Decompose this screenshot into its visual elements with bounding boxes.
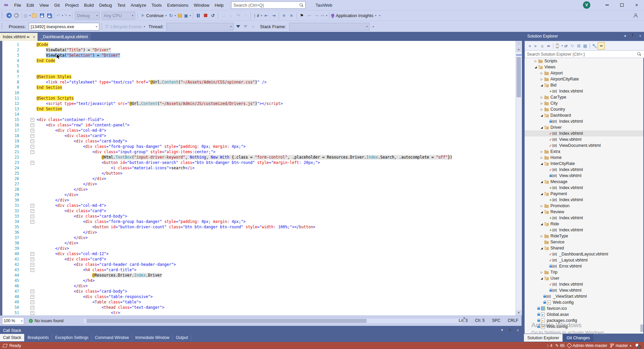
tree-item-web.config[interactable]: Web.config: [525, 324, 643, 330]
menu-item-tools[interactable]: Tools: [149, 1, 164, 9]
quick-search-box[interactable]: Search (Ctrl+Q): [231, 1, 306, 9]
undo-icon[interactable]: ↶▾: [56, 12, 63, 19]
panel-tab-call-stack[interactable]: Call Stack: [0, 334, 24, 341]
collapse-box-icon[interactable]: −: [31, 129, 34, 132]
expand-icon[interactable]: ▷: [539, 205, 544, 208]
menu-item-file[interactable]: File: [11, 1, 24, 9]
tree-item-global.asax[interactable]: Global.asax: [525, 311, 643, 317]
code-line[interactable]: 39</div>: [2, 246, 516, 251]
open-folder-icon[interactable]: [31, 12, 38, 19]
code-line[interactable]: 33−<div class="card-body">: [2, 214, 516, 219]
scroll-down-icon[interactable]: ▼: [516, 310, 522, 315]
code-line[interactable]: 13End Section: [2, 106, 516, 112]
tree-scroll-thumb[interactable]: [640, 325, 643, 332]
column-indicator[interactable]: Ch: 5: [475, 318, 485, 323]
code-line[interactable]: 14: [2, 112, 516, 117]
horizontal-scroll-thumb[interactable]: [87, 319, 367, 323]
line-indicator[interactable]: Ln: 3: [459, 318, 468, 323]
code-line[interactable]: 35<button id="button-driver-count" class…: [2, 224, 516, 230]
tree-item-index.vbhtml[interactable]: ✓[@]Index.vbhtml: [525, 281, 643, 287]
menu-item-analyze[interactable]: Analyze: [128, 1, 149, 9]
step-into-icon[interactable]: ↓: [227, 12, 234, 19]
vertical-scroll-thumb[interactable]: [517, 57, 521, 97]
pending-changes-filter-icon[interactable]: ⌚▾: [555, 43, 563, 49]
nav-back-icon[interactable]: ◄: [6, 12, 12, 19]
save-all-icon[interactable]: [46, 12, 53, 19]
code-line[interactable]: 3ViewData("Selection") = "Driver": [2, 53, 516, 58]
collapse-icon[interactable]: ◢: [539, 162, 544, 165]
collapse-box-icon[interactable]: −: [31, 161, 34, 165]
collapse-icon[interactable]: ◢: [539, 211, 544, 214]
close-button[interactable]: ×: [629, 0, 644, 10]
indicator-margin[interactable]: [0, 41, 2, 315]
tree-item-message[interactable]: ◢Message: [525, 179, 643, 185]
tool-tab-solution-explorer[interactable]: Solution Explorer: [524, 334, 562, 342]
tree-item-views[interactable]: ◢Views: [525, 64, 643, 70]
code-line[interactable]: 23−<button id="button-driver-search" cla…: [2, 160, 516, 165]
document-tab-index.vbhtml[interactable]: Index.vbhtml×: [0, 33, 38, 41]
branch-indicator[interactable]: master ▲: [610, 343, 632, 348]
expand-icon[interactable]: ▷: [539, 96, 544, 99]
tree-item-country[interactable]: ▷Country: [525, 106, 643, 112]
toolbar-drag-handle[interactable]: [2, 23, 4, 30]
code-line[interactable]: 36</div>: [2, 230, 516, 235]
uncomment-icon[interactable]: ≡: [288, 12, 295, 19]
code-line[interactable]: 47−<div class="card-body">: [2, 289, 516, 294]
expand-icon[interactable]: ▷: [539, 102, 544, 105]
expand-icon[interactable]: ▷: [539, 78, 544, 81]
editor-vertical-scrollbar[interactable]: ÷ ▲ ▼: [516, 41, 522, 315]
se-forward-icon[interactable]: ►: [533, 43, 539, 49]
code-line[interactable]: 51−<tr>: [2, 310, 516, 315]
repository-indicator[interactable]: Admin-Web-master: [568, 343, 607, 348]
tree-item-favicon.ico[interactable]: favicon.ico: [525, 305, 643, 311]
code-line[interactable]: 9End Section: [2, 85, 516, 90]
tree-item-service[interactable]: Service: [525, 239, 643, 245]
menu-item-test[interactable]: Test: [115, 1, 128, 9]
tree-item-intercityrate[interactable]: ◢InterCityRate: [525, 161, 643, 167]
code-line[interactable]: 6: [2, 69, 516, 74]
tree-item-_viewstart.vbhtml[interactable]: [@]_ViewStart.vbhtml: [525, 293, 643, 299]
tree-item-promotion[interactable]: ▷Promotion: [525, 203, 643, 209]
code-line[interactable]: 38</div>: [2, 240, 516, 246]
properties-icon[interactable]: ▤: [582, 43, 588, 49]
comment-icon[interactable]: ≡: [281, 12, 287, 19]
stack-frame-dropdown[interactable]: ▾: [289, 23, 370, 31]
tree-item-view.vbhtml[interactable]: [@]View.vbhtml: [525, 287, 643, 293]
collapse-icon[interactable]: ◢: [539, 126, 544, 129]
code-line[interactable]: 43−<h4 class="card-title">: [2, 267, 516, 273]
preview-selected-icon[interactable]: 🔧: [591, 43, 598, 49]
clear-bookmarks-icon[interactable]: ↫▾: [321, 12, 327, 19]
zoom-dropdown[interactable]: 100 %▾: [2, 317, 24, 325]
expand-icon[interactable]: ▷: [539, 150, 544, 153]
suspend-threads-icon[interactable]: ≈: [250, 23, 256, 30]
refresh-icon[interactable]: ↻: [569, 43, 576, 49]
tree-item-trip[interactable]: ▷Trip: [525, 269, 643, 275]
stop-icon[interactable]: [202, 12, 209, 19]
collapse-box-icon[interactable]: −: [31, 290, 34, 293]
restart-icon[interactable]: ↺: [210, 12, 216, 19]
code-line[interactable]: 29</div>: [2, 192, 516, 197]
add-item-icon[interactable]: ▤▾: [23, 12, 31, 19]
notifications-button[interactable]: 2: [635, 343, 639, 348]
collapse-icon[interactable]: ◢: [533, 66, 538, 69]
panel-tab-command-window[interactable]: Command Window: [92, 334, 132, 341]
collapse-box-icon[interactable]: −: [31, 139, 34, 143]
code-line[interactable]: 40−<div class="col-md-12">: [2, 251, 516, 256]
feedback-icon[interactable]: [632, 12, 639, 19]
expand-icon[interactable]: ▷: [539, 156, 544, 159]
code-line[interactable]: 22@Html.TextBox("input-driver-keyword", …: [2, 155, 516, 160]
code-line[interactable]: 27</div>: [2, 181, 516, 187]
indent-icon[interactable]: ⇥: [270, 12, 277, 19]
menu-item-view[interactable]: View: [37, 1, 51, 9]
panel-tab-exception-settings[interactable]: Exception Settings: [52, 334, 92, 341]
panel-close-icon[interactable]: ×: [517, 328, 519, 332]
collapse-icon[interactable]: ◢: [539, 223, 544, 226]
collapse-box-icon[interactable]: −: [31, 268, 34, 272]
pending-edits-indicator[interactable]: ✎ 65: [555, 343, 565, 348]
pause-icon[interactable]: [195, 12, 202, 19]
switch-views-icon[interactable]: ⇄: [563, 43, 569, 49]
collapse-box-icon[interactable]: −: [31, 306, 34, 309]
pin-icon[interactable]: [631, 34, 634, 37]
collapse-box-icon[interactable]: −: [31, 257, 34, 261]
expand-icon[interactable]: ▷: [539, 271, 544, 274]
